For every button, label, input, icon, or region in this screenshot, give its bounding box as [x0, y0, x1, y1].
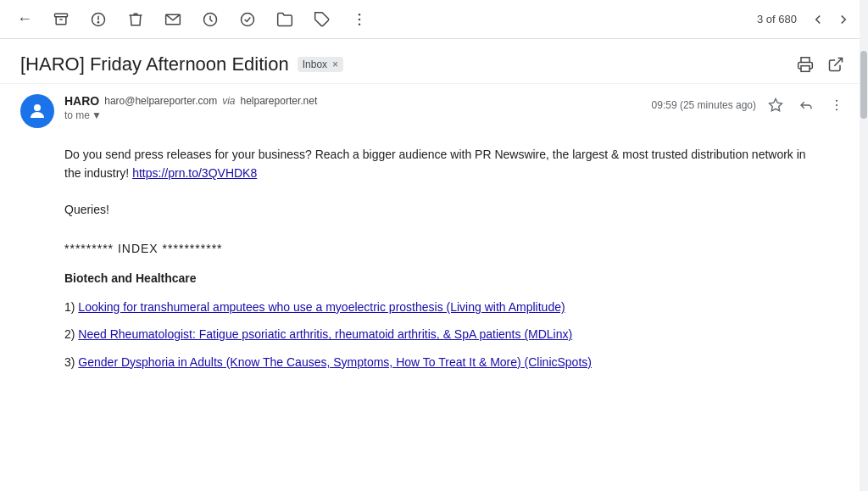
svg-point-3 — [97, 21, 98, 22]
next-email-button[interactable] — [832, 8, 854, 31]
email-body: Do you send press releases for your busi… — [0, 138, 868, 400]
scrollbar[interactable] — [860, 0, 868, 491]
query-number-2: 2) — [64, 327, 75, 341]
email-header: [HARO] Friday Afternoon Edition Inbox × — [0, 39, 868, 84]
svg-rect-11 — [801, 66, 810, 72]
email-header-actions — [793, 53, 848, 76]
svg-point-16 — [836, 104, 837, 106]
query-link-2[interactable]: Need Rheumatologist: Fatigue psoriatic a… — [78, 327, 572, 341]
sender-details: HARO haro@helpareporter.com via helparep… — [64, 94, 642, 121]
sender-avatar — [20, 94, 54, 128]
toolbar-right: 3 of 680 — [757, 8, 854, 31]
popout-button[interactable] — [824, 53, 848, 76]
sender-via: via — [222, 95, 235, 107]
query-link-3[interactable]: Gender Dysphoria in Adults (Know The Cau… — [78, 355, 592, 369]
svg-marker-14 — [770, 99, 782, 111]
prev-email-button[interactable] — [807, 8, 829, 31]
back-button[interactable]: ← — [14, 7, 36, 31]
svg-point-9 — [359, 18, 361, 20]
pr-newswire-link[interactable]: https://prn.to/3QVHDK8 — [132, 166, 257, 180]
print-button[interactable] — [793, 53, 817, 76]
mark-unread-button[interactable] — [161, 8, 185, 31]
delete-button[interactable] — [124, 8, 147, 31]
spam-button[interactable] — [86, 8, 110, 31]
pagination-count: 3 of 680 — [757, 13, 797, 25]
intro-text: Do you send press releases for your busi… — [64, 145, 807, 183]
sender-meta: 09:59 (25 minutes ago) — [652, 94, 848, 116]
query-item-2: 2) Need Rheumatologist: Fatigue psoriati… — [64, 325, 807, 343]
add-to-tasks-button[interactable] — [236, 8, 259, 31]
email-viewer: ← — [0, 0, 868, 491]
more-email-button[interactable] — [826, 94, 848, 116]
svg-point-15 — [836, 100, 837, 102]
svg-line-12 — [834, 59, 842, 66]
svg-point-10 — [359, 23, 361, 25]
email-timestamp: 09:59 (25 minutes ago) — [652, 99, 756, 111]
svg-point-6 — [242, 13, 254, 25]
star-button[interactable] — [765, 94, 787, 116]
query-item-3: 3) Gender Dysphoria in Adults (Know The … — [64, 353, 807, 371]
svg-rect-0 — [55, 14, 68, 16]
svg-point-8 — [359, 13, 361, 14]
to-me-label: to me — [64, 109, 90, 121]
section-heading: Biotech and Healthcare — [64, 269, 807, 287]
inbox-badge-close[interactable]: × — [332, 59, 338, 70]
query-number-3: 3) — [64, 355, 75, 369]
pagination-arrows — [807, 8, 854, 31]
query-number-1: 1) — [64, 300, 75, 314]
archive-button[interactable] — [49, 8, 73, 31]
query-item-1: 1) Looking for transhumeral amputees who… — [64, 298, 807, 316]
sender-row: HARO haro@helpareporter.com via helparep… — [0, 84, 868, 138]
snooze-button[interactable] — [198, 8, 222, 31]
email-subject: [HARO] Friday Afternoon Edition — [20, 53, 289, 75]
toolbar-left: ← — [14, 7, 371, 31]
scrollbar-thumb[interactable] — [860, 51, 867, 119]
svg-point-17 — [836, 109, 837, 110]
more-toolbar-button[interactable] — [348, 8, 371, 31]
inbox-badge: Inbox × — [298, 57, 343, 72]
subject-row: [HARO] Friday Afternoon Edition Inbox × — [20, 53, 793, 75]
inbox-badge-label: Inbox — [303, 59, 327, 70]
queries-label: Queries! — [64, 200, 807, 219]
index-line: ********* INDEX *********** — [64, 239, 807, 258]
sender-name: HARO — [64, 94, 99, 108]
toolbar: ← — [0, 0, 868, 39]
query-link-1[interactable]: Looking for transhumeral amputees who us… — [78, 300, 565, 314]
to-me-dropdown[interactable]: to me ▼ — [64, 109, 642, 121]
sender-email: haro@helpareporter.com — [104, 95, 217, 107]
to-me-chevron: ▼ — [92, 109, 102, 121]
label-button[interactable] — [310, 8, 334, 31]
sender-name-row: HARO haro@helpareporter.com via helparep… — [64, 94, 642, 108]
move-to-button[interactable] — [273, 8, 297, 31]
svg-point-13 — [34, 104, 41, 111]
sender-domain: helpareporter.net — [241, 95, 318, 107]
reply-button[interactable] — [795, 94, 817, 116]
